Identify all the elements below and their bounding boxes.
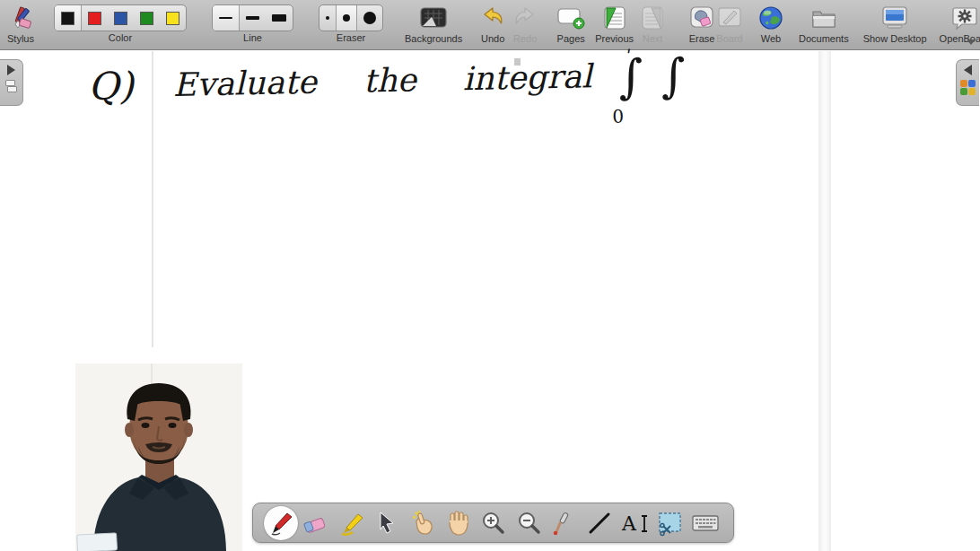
zoom-out-tool-button[interactable] <box>512 506 546 540</box>
redo-button[interactable]: Redo <box>512 4 538 48</box>
previous-button[interactable]: Previous <box>595 4 634 48</box>
line-medium[interactable] <box>240 5 266 31</box>
svg-text:A: A <box>621 512 637 535</box>
line-thin[interactable] <box>213 5 240 31</box>
next-button[interactable]: Next <box>639 4 666 48</box>
highlighter-icon <box>338 510 365 537</box>
previous-label: Previous <box>595 33 634 44</box>
color-swatch-green[interactable] <box>134 5 160 31</box>
eraser-tool-button[interactable] <box>299 506 333 540</box>
pages-label: Pages <box>557 33 585 44</box>
eraser-small[interactable] <box>319 5 337 31</box>
virtual-keyboard-tool-button[interactable] <box>688 506 722 540</box>
line-thick[interactable] <box>266 5 293 31</box>
color-group: Color <box>54 4 187 48</box>
show-desktop-button[interactable]: Show Desktop <box>863 4 927 48</box>
whiteboard-canvas[interactable]: Q) Evaluate the integral ʹ 0 ∫ ∫ <box>0 51 980 551</box>
thick-line-icon <box>272 14 286 22</box>
backgrounds-icon <box>418 4 449 32</box>
color-swatch-black[interactable] <box>55 5 82 31</box>
eraser-icon <box>302 510 329 537</box>
text-icon: A <box>620 511 649 536</box>
next-label: Next <box>643 33 663 44</box>
pen-cursor <box>514 58 521 66</box>
show-desktop-monitor-icon <box>879 4 910 32</box>
web-mode-button[interactable]: Web <box>757 4 784 48</box>
color-swatch-blue[interactable] <box>108 5 134 31</box>
toolbar-collapse-arrow-icon[interactable] <box>967 39 976 45</box>
laser-pointer-icon <box>551 511 576 536</box>
small-dot-icon <box>326 16 329 20</box>
thin-line-icon <box>219 17 232 19</box>
pen-icon <box>267 510 294 537</box>
erase-page-icon <box>687 4 716 32</box>
documents-mode-button[interactable]: Documents <box>799 4 849 48</box>
redo-label: Redo <box>513 33 537 44</box>
green-swatch <box>140 12 153 25</box>
expand-left-icon <box>964 65 972 75</box>
integral-upper-limit: ʹ <box>626 46 632 67</box>
stylus-button[interactable]: Stylus <box>7 4 34 48</box>
handwriting-word: Evaluate <box>172 64 317 103</box>
black-swatch <box>61 12 74 25</box>
documents-label: Documents <box>799 33 849 44</box>
expand-right-icon <box>7 65 15 75</box>
handwritten-question: Q) Evaluate the integral ʹ 0 ∫ ∫ <box>88 52 687 111</box>
laser-pointer-tool-button[interactable] <box>547 506 581 540</box>
line-tool-button[interactable] <box>582 506 617 540</box>
board-mode-button[interactable]: Board <box>716 4 743 48</box>
blue-swatch <box>114 12 127 25</box>
selector-tool-button[interactable] <box>370 506 404 540</box>
integral-expression: ʹ 0 ∫ ∫ <box>618 52 686 101</box>
pages-button[interactable]: Pages <box>556 4 586 48</box>
keyboard-icon <box>691 512 720 534</box>
capture-icon <box>656 510 683 537</box>
erase-page-button[interactable]: Erase <box>687 4 716 48</box>
pages-icon <box>556 4 586 32</box>
interact-tool-button[interactable] <box>406 506 440 540</box>
color-swatch-yellow[interactable] <box>160 5 186 31</box>
board-label: Board <box>716 33 742 44</box>
pen-tool-button[interactable] <box>264 506 298 540</box>
show-desktop-label: Show Desktop <box>863 33 927 44</box>
eraser-label: Eraser <box>337 32 365 43</box>
question-prefix: Q) <box>88 64 135 109</box>
zoom-in-tool-button[interactable] <box>476 506 510 540</box>
web-globe-icon <box>757 4 784 32</box>
stylus-toolbar: A <box>252 503 734 543</box>
eraser-medium[interactable] <box>337 5 357 31</box>
highlighter-tool-button[interactable] <box>335 506 369 540</box>
undo-button[interactable]: Undo <box>480 4 505 48</box>
zoom-out-icon <box>516 511 541 536</box>
web-label: Web <box>761 33 781 44</box>
next-icon <box>639 4 666 32</box>
undo-icon <box>480 4 505 32</box>
page-scroll-strip[interactable] <box>818 51 831 551</box>
line-label: Line <box>243 32 262 43</box>
zoom-in-icon <box>480 511 505 536</box>
previous-icon <box>601 4 628 32</box>
color-swatch-red[interactable] <box>82 5 108 31</box>
eraser-large[interactable] <box>357 5 382 31</box>
pointing-hand-icon <box>409 510 436 537</box>
page-thumbnails-icon <box>5 80 18 94</box>
red-swatch <box>88 12 101 25</box>
medium-dot-icon <box>343 14 350 22</box>
hand-icon <box>444 510 471 537</box>
integral-sign: ∫ <box>661 52 686 100</box>
text-tool-button[interactable]: A <box>617 506 652 540</box>
erase-page-label: Erase <box>689 33 715 44</box>
backgrounds-button[interactable]: Backgrounds <box>405 4 462 48</box>
backgrounds-label: Backgrounds <box>405 33 462 44</box>
library-icon <box>960 80 976 95</box>
capture-tool-button[interactable] <box>652 506 687 540</box>
library-panel-tab[interactable] <box>956 59 979 106</box>
selector-arrow-icon <box>375 511 398 536</box>
pages-panel-tab[interactable] <box>0 59 23 106</box>
line-icon <box>587 511 612 536</box>
presenter-illustration <box>75 363 242 551</box>
webcam-video-overlay <box>75 363 242 551</box>
pan-tool-button[interactable] <box>441 506 475 540</box>
large-dot-icon <box>363 12 376 24</box>
board-icon <box>716 4 743 32</box>
